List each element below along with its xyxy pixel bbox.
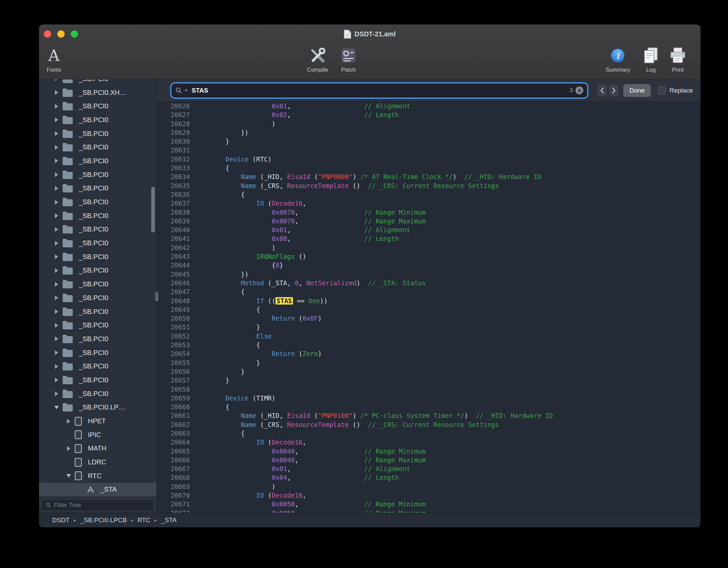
filter-tree-input[interactable] xyxy=(54,502,150,509)
code-editor[interactable]: 20626 0x01, // Alignment20627 0x02, // L… xyxy=(157,102,700,513)
disclosure-collapsed-icon[interactable] xyxy=(52,350,61,355)
disclosure-expanded-icon[interactable] xyxy=(64,474,73,477)
breadcrumb-item-_sta[interactable]: _STA xyxy=(161,517,176,524)
disclosure-collapsed-icon[interactable] xyxy=(52,254,61,259)
find-next-button[interactable] xyxy=(609,84,619,97)
search-match-highlight: STAS xyxy=(275,297,293,305)
disclosure-collapsed-icon[interactable] xyxy=(52,378,61,382)
disclosure-collapsed-icon[interactable] xyxy=(52,172,61,177)
tree-item-_sb-pci0[interactable]: _SB.PCI0 xyxy=(39,154,157,168)
sidebar-scrollbar[interactable] xyxy=(151,187,155,233)
tree-item-_sb-pci0[interactable]: _SB.PCI0 xyxy=(39,127,157,141)
disclosure-collapsed-icon[interactable] xyxy=(52,323,61,328)
disclosure-collapsed-icon[interactable] xyxy=(52,158,61,163)
search-menu-chevron-icon[interactable] xyxy=(185,90,188,92)
tree-item-label: _SB.PCI0 xyxy=(79,362,108,370)
tree-item-_sb-pci0-xh[interactable]: _SB.PCI0.XH… xyxy=(39,86,157,100)
fonts-button[interactable]: A Fonts xyxy=(47,45,61,73)
disclosure-collapsed-icon[interactable] xyxy=(52,295,61,300)
tree-item-ldrc[interactable]: LDRC xyxy=(39,455,157,469)
disclosure-collapsed-icon[interactable] xyxy=(52,117,61,122)
tree-item-label: _SB.PCI0 xyxy=(79,143,108,151)
tree-item-_sb-pci0[interactable]: _SB.PCI0 xyxy=(39,291,157,305)
close-button[interactable] xyxy=(44,30,51,38)
done-button[interactable]: Done xyxy=(623,84,651,97)
tree-item-_sb-pci0[interactable]: _SB.PCI0 xyxy=(39,195,157,209)
code-line-20652: 20652 Else xyxy=(157,332,700,341)
disclosure-collapsed-icon[interactable] xyxy=(52,282,61,287)
tree-item-_sb-pci0[interactable]: _SB.PCI0 xyxy=(39,223,157,237)
tree-item-_sb-pci0[interactable]: _SB.PCI0 xyxy=(39,346,157,360)
search-query-text[interactable]: STAS xyxy=(192,87,208,94)
disclosure-collapsed-icon[interactable] xyxy=(64,419,73,424)
tree-item-_sb-pci0[interactable]: _SB.PCI0 xyxy=(39,305,157,319)
tree-item-_sb-pci0-lp[interactable]: _SB.PCI0.LP… xyxy=(39,401,157,415)
disclosure-collapsed-icon[interactable] xyxy=(52,90,61,95)
disclosure-collapsed-icon[interactable] xyxy=(52,145,61,150)
tree-item-_sta[interactable]: _STA xyxy=(39,483,157,497)
disclosure-collapsed-icon[interactable] xyxy=(52,104,61,109)
tree-item-_sb-pci0[interactable]: _SB.PCI0 xyxy=(39,359,157,373)
search-field[interactable]: STAS 3 xyxy=(171,83,587,98)
tree-item-_sb-pci0[interactable]: _SB.PCI0 xyxy=(39,250,157,264)
clear-search-button[interactable] xyxy=(575,86,583,94)
tree-item-_sb-pci0[interactable]: _SB.PCI0 xyxy=(39,209,157,223)
log-button[interactable]: Log xyxy=(641,45,660,73)
disclosure-collapsed-icon[interactable] xyxy=(52,241,61,246)
code-text: Return (Zero) xyxy=(195,349,700,358)
disclosure-collapsed-icon[interactable] xyxy=(52,336,61,341)
tree-item-label: _SB.PCI0 xyxy=(79,198,108,206)
tree-item-_sb-pci0[interactable]: _SB.PCI0 xyxy=(39,236,157,250)
disclosure-collapsed-icon[interactable] xyxy=(52,391,61,396)
tree-item-_sb-pci0[interactable]: _SB.PCI0 xyxy=(39,182,157,196)
disclosure-collapsed-icon[interactable] xyxy=(52,186,61,191)
tree-item-ipic[interactable]: IPIC xyxy=(39,428,157,442)
disclosure-collapsed-icon[interactable] xyxy=(52,364,61,369)
line-number: 20637 xyxy=(157,199,195,208)
tree-item-_sb-pci0[interactable]: _SB.PCI0 xyxy=(39,318,157,332)
replace-checkbox[interactable] xyxy=(658,86,666,95)
compile-button[interactable]: Compile xyxy=(307,45,328,73)
zoom-button[interactable] xyxy=(71,30,78,38)
disclosure-collapsed-icon[interactable] xyxy=(52,79,61,81)
disclosure-collapsed-icon[interactable] xyxy=(52,268,61,273)
disclosure-collapsed-icon[interactable] xyxy=(52,309,61,314)
filter-field[interactable] xyxy=(42,499,154,511)
disclosure-collapsed-icon[interactable] xyxy=(64,446,73,451)
tree-item-_sb-pci0[interactable]: _SB.PCI0 xyxy=(39,332,157,346)
patch-button[interactable]: Patch xyxy=(339,45,358,73)
titlebar[interactable]: DSDT-21.aml xyxy=(39,25,700,43)
window-title-group: DSDT-21.aml xyxy=(344,30,396,39)
disclosure-collapsed-icon[interactable] xyxy=(52,213,61,218)
folder-icon xyxy=(63,336,73,343)
tree-item-_sb-pci0[interactable]: _SB.PCI0 xyxy=(39,99,157,113)
line-number: 20633 xyxy=(157,164,195,172)
tree-item-label: _SB.PCI0 xyxy=(79,376,108,384)
tree-item-_sb-pci0[interactable]: _SB.PCI0 xyxy=(39,113,157,127)
disclosure-collapsed-icon[interactable] xyxy=(52,131,61,136)
summary-button[interactable]: i Summary xyxy=(606,45,630,73)
breadcrumb-item-rtc[interactable]: RTC xyxy=(137,517,151,524)
tree-item-_sb-pci0[interactable]: _SB.PCI0 xyxy=(39,387,157,401)
tree-item-_sb-pci0[interactable]: _SB.PCI0 xyxy=(39,140,157,154)
tree-item-_sb-pci0[interactable]: _SB.PCI0 xyxy=(39,373,157,387)
disclosure-collapsed-icon[interactable] xyxy=(52,200,61,205)
breadcrumb-item-_sb-pci0-lpcb[interactable]: _SB.PCI0.LPCB xyxy=(80,517,127,524)
find-previous-button[interactable] xyxy=(597,84,607,97)
disclosure-expanded-icon[interactable] xyxy=(52,406,61,409)
print-button[interactable]: Print xyxy=(668,45,687,73)
tree-item-hpet[interactable]: HPET xyxy=(39,414,157,428)
tree-item-label: _STA xyxy=(100,486,117,493)
code-text: }) xyxy=(195,128,700,137)
tree-item-_sb-pci0[interactable]: _SB.PCI0 xyxy=(39,264,157,278)
minimize-button[interactable] xyxy=(57,30,65,38)
pane-splitter-handle[interactable] xyxy=(155,292,158,301)
tree-item-math[interactable]: MATH xyxy=(39,442,157,456)
breadcrumb-item-dsdt[interactable]: DSDT xyxy=(52,517,70,524)
tree-item-_sb-pci0[interactable]: _SB.PCI0 xyxy=(39,79,157,86)
tree-item-_sb-pci0[interactable]: _SB.PCI0 xyxy=(39,277,157,291)
tree-item-_sb-pci0[interactable]: _SB.PCI0 xyxy=(39,168,157,182)
disclosure-collapsed-icon[interactable] xyxy=(52,227,61,232)
tree-item-rtc[interactable]: RTC xyxy=(39,469,157,483)
line-number: 20668 xyxy=(157,473,195,482)
